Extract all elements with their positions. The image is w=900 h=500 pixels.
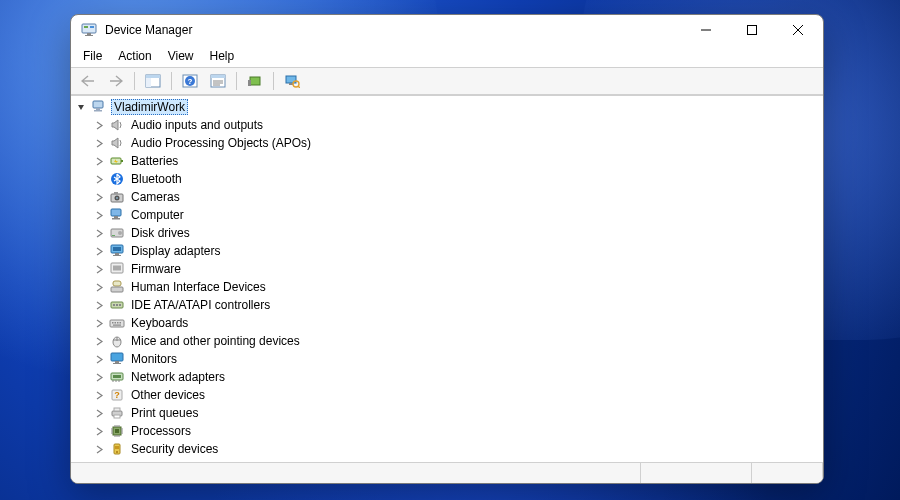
svg-rect-54 [116, 304, 118, 306]
tree-category[interactable]: Processors [73, 422, 823, 440]
computer-icon [109, 207, 125, 223]
tree-root[interactable]: VladimirWork [73, 98, 823, 116]
toolbar-update-button[interactable] [242, 69, 268, 93]
tree-category-label: Batteries [129, 154, 180, 168]
audio-icon [109, 117, 125, 133]
tree-category-label: Bluetooth [129, 172, 184, 186]
desktop-background: Device Manager File Action View Help ? [0, 0, 900, 500]
svg-rect-67 [113, 363, 121, 364]
tree-category[interactable]: ?Other devices [73, 386, 823, 404]
chevron-right-icon[interactable] [91, 427, 107, 436]
device-tree[interactable]: VladimirWorkAudio inputs and outputsAudi… [71, 96, 823, 462]
tree-category[interactable]: Audio inputs and outputs [73, 116, 823, 134]
svg-rect-51 [111, 287, 123, 292]
tree-category-label: Mice and other pointing devices [129, 334, 302, 348]
svg-rect-2 [90, 26, 94, 28]
tree-category[interactable]: Security devices [73, 440, 823, 458]
chevron-right-icon[interactable] [91, 337, 107, 346]
tree-category[interactable]: Disk drives [73, 224, 823, 242]
tree-category[interactable]: Batteries [73, 152, 823, 170]
svg-rect-16 [211, 75, 225, 78]
close-button[interactable] [775, 15, 821, 45]
chevron-right-icon[interactable] [91, 211, 107, 220]
svg-rect-20 [250, 77, 260, 85]
svg-rect-61 [113, 325, 121, 326]
toolbar-scan-button[interactable] [279, 69, 305, 93]
svg-rect-77 [114, 415, 120, 418]
chevron-right-icon[interactable] [91, 121, 107, 130]
chevron-right-icon[interactable] [91, 175, 107, 184]
chevron-right-icon[interactable] [91, 247, 107, 256]
menu-file[interactable]: File [75, 47, 110, 65]
toolbar-console-tree-button[interactable] [140, 69, 166, 93]
svg-rect-41 [112, 235, 115, 236]
chevron-right-icon[interactable] [91, 157, 107, 166]
toolbar-properties-button[interactable] [205, 69, 231, 93]
tree-category-label: Other devices [129, 388, 207, 402]
menu-help[interactable]: Help [202, 47, 243, 65]
svg-rect-37 [114, 216, 118, 218]
maximize-button[interactable] [729, 15, 775, 45]
titlebar[interactable]: Device Manager [71, 15, 823, 45]
menu-action[interactable]: Action [110, 47, 159, 65]
chevron-right-icon[interactable] [91, 319, 107, 328]
tree-category[interactable]: Keyboards [73, 314, 823, 332]
app-icon [81, 22, 97, 38]
tree-category-label: Processors [129, 424, 193, 438]
tree-category[interactable]: Mice and other pointing devices [73, 332, 823, 350]
chevron-right-icon[interactable] [91, 139, 107, 148]
mouse-icon [109, 333, 125, 349]
tree-category[interactable]: IDE ATA/ATAPI controllers [73, 296, 823, 314]
tree-category[interactable]: Monitors [73, 350, 823, 368]
tree-category[interactable]: Print queues [73, 404, 823, 422]
tree-category[interactable]: Computer [73, 206, 823, 224]
svg-rect-45 [113, 255, 121, 256]
tree-category[interactable]: Firmware [73, 260, 823, 278]
camera-icon [109, 189, 125, 205]
minimize-button[interactable] [683, 15, 729, 45]
svg-rect-65 [111, 353, 123, 361]
chevron-right-icon[interactable] [91, 373, 107, 382]
tree-category[interactable]: Audio Processing Objects (APOs) [73, 134, 823, 152]
menu-view[interactable]: View [160, 47, 202, 65]
toolbar-help-button[interactable]: ? [177, 69, 203, 93]
svg-rect-47 [113, 265, 121, 271]
svg-rect-50 [113, 281, 121, 286]
svg-rect-43 [113, 247, 121, 251]
toolbar-back-button[interactable] [75, 69, 101, 93]
tree-category[interactable]: Network adapters [73, 368, 823, 386]
chevron-right-icon[interactable] [91, 229, 107, 238]
tree-category-label: Print queues [129, 406, 200, 420]
toolbar-forward-button[interactable] [103, 69, 129, 93]
tree-category-label: Audio Processing Objects (APOs) [129, 136, 313, 150]
chevron-right-icon[interactable] [91, 193, 107, 202]
chevron-right-icon[interactable] [91, 355, 107, 364]
svg-rect-0 [82, 24, 96, 33]
svg-point-40 [118, 231, 122, 235]
svg-rect-53 [113, 304, 115, 306]
other-icon: ? [109, 387, 125, 403]
printer-icon [109, 405, 125, 421]
tree-category-label: Computer [129, 208, 186, 222]
keyboard-icon [109, 315, 125, 331]
chevron-right-icon[interactable] [91, 445, 107, 454]
tree-category[interactable]: Human Interface Devices [73, 278, 823, 296]
tree-category[interactable]: Display adapters [73, 242, 823, 260]
chevron-down-icon[interactable] [73, 103, 89, 112]
tree-category-label: Keyboards [129, 316, 190, 330]
audio-icon [109, 135, 125, 151]
tree-category-label: Audio inputs and outputs [129, 118, 265, 132]
chevron-right-icon[interactable] [91, 391, 107, 400]
battery-icon [109, 153, 125, 169]
svg-rect-4 [85, 35, 93, 36]
tree-category[interactable]: Bluetooth [73, 170, 823, 188]
svg-rect-6 [748, 26, 757, 35]
tree-category[interactable]: Cameras [73, 188, 823, 206]
chevron-right-icon[interactable] [91, 301, 107, 310]
svg-text:?: ? [114, 390, 120, 400]
svg-rect-33 [114, 192, 118, 194]
svg-rect-10 [146, 75, 160, 78]
chevron-right-icon[interactable] [91, 283, 107, 292]
chevron-right-icon[interactable] [91, 265, 107, 274]
chevron-right-icon[interactable] [91, 409, 107, 418]
